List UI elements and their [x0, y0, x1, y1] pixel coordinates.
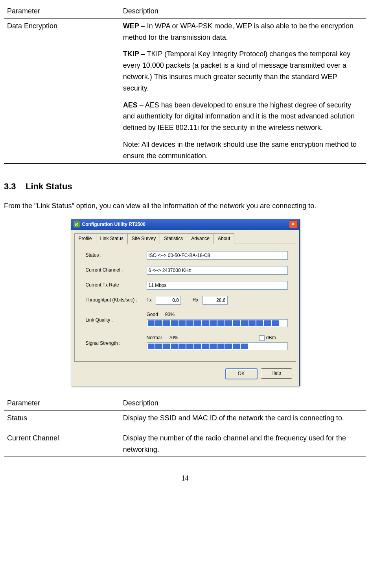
tab-content: Status : ISO <--> 00-50-FC-BA-18-C8 Curr…	[74, 244, 296, 362]
section-title: Link Status	[26, 181, 72, 191]
tkip-text: – TKIP (Temporal Key Integrity Protocol)…	[123, 50, 351, 92]
desc-status: Display the SSID and MAC ID of the netwo…	[120, 411, 366, 431]
progress-segment	[280, 344, 287, 349]
desc-current-channel: Display the number of the radio channel …	[120, 431, 366, 457]
param-data-encryption: Data Encryption	[4, 18, 120, 163]
progress-segment	[272, 344, 279, 349]
progress-segment	[163, 344, 170, 349]
signal-strength-bar	[147, 342, 288, 350]
link-status-params-table: Parameter Description Status Display the…	[4, 396, 366, 457]
progress-segment	[194, 344, 201, 349]
tkip-label: TKIP	[123, 50, 139, 58]
section-number: 3.3	[4, 181, 16, 191]
progress-segment	[163, 320, 170, 326]
progress-segment	[179, 320, 186, 326]
label-status: Status :	[86, 251, 147, 259]
section-heading: 3.3 Link Status	[4, 179, 366, 193]
progress-segment	[217, 344, 225, 349]
progress-segment	[186, 344, 193, 349]
tab-profile[interactable]: Profile	[74, 233, 96, 244]
signal-word: Normal	[147, 334, 162, 342]
tab-link-status[interactable]: Link Status	[96, 233, 128, 244]
link-quality-bar	[147, 319, 288, 327]
progress-segment	[210, 344, 217, 349]
encryption-description: WEP – In WPA or WPA-PSK mode, WEP is als…	[120, 18, 366, 163]
progress-segment	[225, 344, 232, 349]
section-intro: From the "Link Status" option, you can v…	[4, 200, 366, 212]
progress-segment	[233, 344, 240, 349]
dbm-label: dBm	[266, 334, 276, 342]
progress-segment	[249, 344, 256, 349]
page-number: 14	[4, 473, 366, 484]
progress-segment	[155, 320, 162, 326]
aes-text: – AES has been developed to ensure the h…	[123, 101, 355, 132]
wep-text: – In WPA or WPA-PSK mode, WEP is also ab…	[123, 22, 353, 41]
dialog-title: Configuration Utility RT2500	[82, 221, 145, 228]
status-desc-text: Display the SSID and MAC ID of the netwo…	[123, 412, 363, 424]
link-quality-percent: 93%	[165, 311, 175, 318]
close-icon[interactable]: ×	[289, 220, 298, 228]
dialog-titlebar: R Configuration Utility RT2500 ×	[71, 219, 299, 230]
progress-segment	[210, 320, 217, 326]
progress-segment	[241, 344, 248, 349]
progress-segment	[256, 320, 263, 326]
progress-segment	[264, 320, 271, 326]
progress-segment	[225, 320, 232, 326]
txrate-field[interactable]: 11 Mbps	[147, 281, 288, 290]
label-link-quality: Link Quality :	[86, 311, 147, 324]
encryption-params-table: Parameter Description Data Encryption WE…	[4, 4, 366, 164]
progress-segment	[264, 344, 271, 349]
signal-percent: 70%	[169, 334, 178, 342]
wep-label: WEP	[123, 22, 139, 30]
progress-segment	[217, 320, 225, 326]
progress-segment	[202, 320, 209, 326]
label-channel: Current Channel :	[86, 266, 147, 274]
tab-statistics[interactable]: Statistics	[160, 233, 187, 244]
progress-segment	[233, 320, 240, 326]
label-throughput: Throughtput (Kbits/sec) :	[86, 296, 147, 304]
ok-button[interactable]: OK	[225, 368, 258, 379]
progress-segment	[202, 344, 209, 349]
tab-about[interactable]: About	[214, 233, 234, 244]
progress-segment	[179, 344, 186, 349]
progress-segment	[256, 344, 263, 349]
status-field[interactable]: ISO <--> 00-50-FC-BA-18-C8	[147, 251, 288, 260]
dbm-checkbox[interactable]	[259, 335, 265, 341]
label-signal-strength: Signal Strength :	[86, 334, 147, 347]
tx-value-field[interactable]: 0.0	[156, 296, 181, 305]
dbm-checkbox-wrap[interactable]: dBm	[259, 334, 276, 342]
app-icon: R	[74, 221, 80, 227]
help-button[interactable]: Help	[261, 368, 292, 379]
tx-label: Tx	[147, 296, 152, 304]
progress-segment	[171, 320, 178, 326]
progress-segment	[280, 320, 287, 326]
param-status: Status	[4, 411, 120, 431]
channel-field[interactable]: 6 <--> 2437000 KHz	[147, 266, 288, 275]
config-utility-dialog: R Configuration Utility RT2500 × Profile…	[71, 219, 300, 386]
progress-segment	[148, 344, 155, 349]
param-current-channel: Current Channel	[4, 431, 120, 457]
aes-label: AES	[123, 101, 138, 109]
progress-segment	[186, 320, 193, 326]
link-quality-word: Good	[147, 311, 158, 318]
tab-site-survey[interactable]: Site Survey	[127, 233, 160, 244]
progress-segment	[155, 344, 162, 349]
dialog-button-bar: OK Help	[74, 365, 296, 383]
rx-label: Rx	[193, 296, 199, 304]
label-txrate: Current Tx Rate :	[86, 281, 147, 289]
progress-segment	[249, 320, 256, 326]
table-header-parameter: Parameter	[4, 396, 120, 410]
progress-segment	[148, 320, 155, 326]
tab-strip: Profile Link Status Site Survey Statisti…	[71, 230, 299, 244]
progress-segment	[272, 320, 279, 326]
encryption-note: Note: All devices in the network should …	[123, 139, 363, 162]
progress-segment	[241, 320, 248, 326]
table-header-description: Description	[120, 396, 366, 410]
table-header-description: Description	[120, 4, 366, 18]
progress-segment	[194, 320, 201, 326]
table-header-parameter: Parameter	[4, 4, 120, 18]
progress-segment	[171, 344, 178, 349]
rx-value-field[interactable]: 28.6	[202, 296, 228, 305]
tab-advance[interactable]: Advance	[187, 233, 214, 244]
